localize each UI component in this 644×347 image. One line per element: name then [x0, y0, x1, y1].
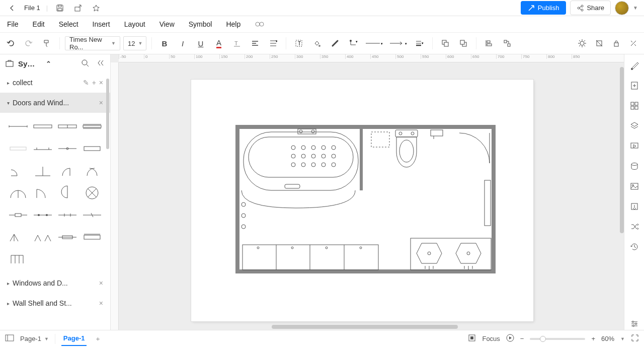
- menu-file[interactable]: File: [7, 20, 19, 28]
- shape-item[interactable]: [57, 183, 78, 202]
- close-icon[interactable]: ×: [99, 79, 103, 87]
- star-icon[interactable]: [90, 2, 102, 14]
- tab-page-1[interactable]: Page-1: [61, 331, 87, 346]
- add-page-button[interactable]: ＋: [93, 332, 103, 345]
- menu-insert[interactable]: Insert: [93, 20, 110, 28]
- shape-item[interactable]: [82, 139, 103, 158]
- shape-item[interactable]: [7, 183, 29, 202]
- shape-item[interactable]: [7, 205, 29, 225]
- menu-symbol[interactable]: Symbol: [189, 20, 212, 28]
- shape-item[interactable]: [82, 205, 103, 225]
- page-selector[interactable]: Page-1 ▼: [20, 335, 49, 342]
- export-icon[interactable]: [72, 2, 84, 14]
- collapse-icon[interactable]: [97, 59, 105, 68]
- export2-icon[interactable]: [628, 200, 640, 213]
- play-icon[interactable]: [506, 334, 514, 343]
- menu-view[interactable]: View: [159, 20, 175, 28]
- spacing-icon[interactable]: ▾: [266, 36, 281, 51]
- save-icon[interactable]: [54, 2, 66, 14]
- send-back-icon[interactable]: [456, 36, 471, 51]
- shape-item[interactable]: [7, 161, 29, 180]
- line-style-icon[interactable]: ▾: [364, 36, 385, 51]
- search-icon[interactable]: [81, 59, 89, 68]
- lib-group-doors[interactable]: ▾ Doors and Wind... ×: [0, 93, 110, 113]
- align-objects-icon[interactable]: [481, 36, 497, 51]
- fill-color-icon[interactable]: [309, 36, 325, 51]
- shape-item[interactable]: [7, 117, 29, 136]
- focus-mode-icon[interactable]: [468, 334, 476, 343]
- shape-item[interactable]: [32, 228, 53, 247]
- shape-item[interactable]: [7, 228, 29, 247]
- shape-item[interactable]: [7, 139, 29, 158]
- shuffle-icon[interactable]: [628, 221, 640, 233]
- connector-icon[interactable]: ▾: [346, 36, 361, 51]
- zoom-value[interactable]: 60%: [601, 335, 614, 342]
- zoom-in-icon[interactable]: +: [591, 335, 595, 342]
- layers-icon[interactable]: [628, 120, 640, 132]
- font-size-select[interactable]: 12▼: [123, 36, 146, 50]
- lib-group-windows[interactable]: ▸ Windows and D... ×: [0, 273, 110, 293]
- clear-format-icon[interactable]: T: [229, 36, 245, 51]
- grid-icon[interactable]: [628, 100, 640, 112]
- italic-icon[interactable]: I: [175, 36, 190, 51]
- focus-label[interactable]: Focus: [482, 335, 500, 342]
- settings-icon[interactable]: [628, 318, 640, 330]
- close-icon[interactable]: ×: [99, 99, 103, 107]
- history-icon[interactable]: [628, 241, 640, 253]
- shape-item[interactable]: [57, 205, 78, 225]
- add-page-icon[interactable]: [628, 80, 640, 92]
- font-color-icon[interactable]: A: [211, 36, 226, 51]
- textbox-icon[interactable]: T: [291, 36, 306, 51]
- format-painter-icon[interactable]: [39, 36, 54, 51]
- font-select[interactable]: Times New Ro...▼: [65, 36, 120, 50]
- shape-item[interactable]: [82, 117, 103, 136]
- back-icon[interactable]: [6, 2, 18, 14]
- lock-icon[interactable]: [609, 36, 624, 51]
- bold-icon[interactable]: B: [157, 36, 172, 51]
- canvas[interactable]: -500501001502002503003504004505005506006…: [111, 54, 624, 330]
- shape-item[interactable]: [32, 161, 53, 180]
- chevron-up-icon[interactable]: ⌃: [46, 60, 51, 67]
- group-icon[interactable]: [500, 36, 515, 51]
- zoom-slider[interactable]: [530, 338, 585, 340]
- close-icon[interactable]: ×: [99, 299, 103, 307]
- highlight-icon[interactable]: [575, 36, 590, 51]
- shape-item[interactable]: [57, 139, 78, 158]
- menu-help[interactable]: Help: [226, 20, 240, 28]
- sidebar-scrollbar[interactable]: [106, 79, 109, 149]
- lib-group-wall[interactable]: ▸ Wall Shell and St... ×: [0, 293, 110, 313]
- shape-item[interactable]: [32, 139, 53, 158]
- shape-item[interactable]: [57, 228, 78, 247]
- plus-icon[interactable]: +: [92, 79, 96, 87]
- shape-item[interactable]: [57, 161, 78, 180]
- menu-select[interactable]: Select: [59, 20, 78, 28]
- menu-layout[interactable]: Layout: [124, 20, 145, 28]
- shape-item[interactable]: [82, 161, 103, 180]
- avatar[interactable]: [615, 1, 629, 15]
- publish-button[interactable]: Publish: [521, 1, 567, 15]
- canvas-h-scrollbar[interactable]: [272, 325, 458, 329]
- line-color-icon[interactable]: [328, 36, 343, 51]
- redo-icon[interactable]: [21, 36, 36, 51]
- bring-front-icon[interactable]: [438, 36, 453, 51]
- line-weight-icon[interactable]: ▾: [412, 36, 427, 51]
- canvas-v-scrollbar[interactable]: [620, 67, 624, 233]
- menu-edit[interactable]: Edit: [33, 20, 45, 28]
- glasses-icon[interactable]: [255, 20, 265, 29]
- presentation-icon[interactable]: [628, 140, 640, 152]
- shape-item[interactable]: [32, 205, 53, 225]
- share-button[interactable]: Share: [570, 1, 611, 15]
- shape-item[interactable]: [82, 228, 103, 247]
- theme-icon[interactable]: [628, 59, 640, 72]
- shape-item[interactable]: [7, 250, 29, 269]
- shape-item[interactable]: [57, 117, 78, 136]
- zoom-out-icon[interactable]: −: [520, 335, 524, 342]
- shape-item[interactable]: [32, 117, 53, 136]
- close-icon[interactable]: ×: [99, 279, 103, 287]
- fullscreen-icon[interactable]: [631, 334, 639, 343]
- underline-icon[interactable]: U: [193, 36, 208, 51]
- shape-item[interactable]: [32, 183, 53, 202]
- page-layout-icon[interactable]: [5, 334, 14, 343]
- data-icon[interactable]: [628, 160, 640, 172]
- edit-icon[interactable]: ✎: [83, 79, 89, 87]
